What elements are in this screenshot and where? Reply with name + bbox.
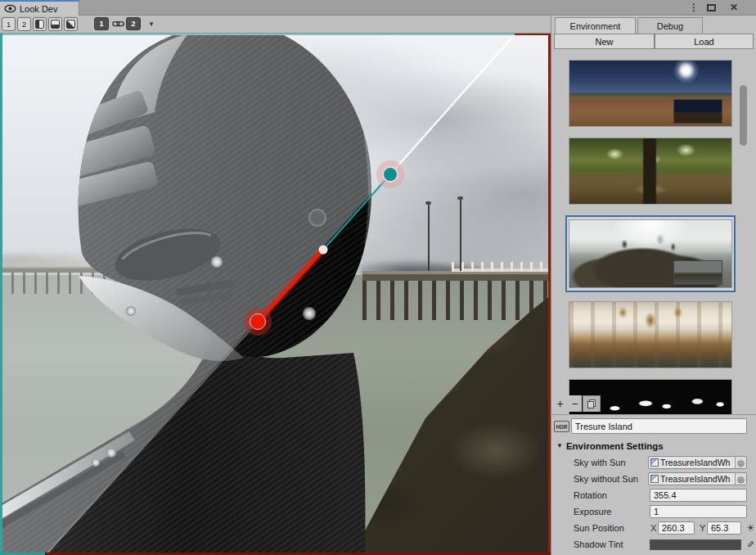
exposure-label: Exposure (574, 507, 611, 517)
zone-view-icon (66, 20, 75, 29)
sun-position-y-input[interactable]: 65.3 (707, 521, 741, 535)
shadow-tint-row: Shadow Tint ✎ (551, 537, 756, 553)
gizmo-teal-line (323, 174, 390, 250)
sun-position-label: Sun Position (574, 523, 624, 533)
tab-environment[interactable]: Environment (555, 17, 636, 34)
gizmo-red-handle[interactable] (250, 314, 266, 330)
view-single1-label: 1 (7, 20, 11, 29)
view-side-by-side-button[interactable] (33, 17, 47, 31)
object-picker-icon[interactable]: ◎ (735, 472, 746, 485)
hdr-badge: HDR (554, 421, 569, 432)
sun-position-y-value: 65.3 (711, 523, 728, 533)
environment-list-scrollbar[interactable] (740, 85, 747, 146)
exposure-value: 1 (654, 507, 659, 517)
environment-settings-title: Environment Settings (566, 441, 664, 451)
environment-thumbnail-forest[interactable] (569, 138, 732, 205)
exposure-input[interactable]: 1 (650, 505, 747, 518)
environment-thumbnail-inset (673, 99, 722, 124)
camera2-button[interactable]: 2 (126, 17, 141, 30)
plus-icon: + (556, 397, 563, 410)
sky-with-sun-value: TreasureIslandWh (660, 458, 735, 467)
environment-name-field[interactable]: Tresure Island (571, 418, 747, 434)
hdr-badge-label: HDR (556, 424, 567, 430)
sky-with-sun-row: Sky with Sun TreasureIslandWh ◎ (551, 455, 756, 472)
side-by-side-icon (35, 20, 44, 29)
exposure-row: Exposure 1 (551, 504, 756, 521)
gizmo-center-handle[interactable] (319, 246, 328, 255)
environment-thumbnail-treasure-island[interactable] (569, 219, 732, 288)
eye-icon (4, 4, 16, 13)
view-single2-button[interactable]: 2 (17, 17, 31, 31)
chevron-down-icon: ▾ (150, 20, 154, 28)
environment-name-value: Tresure Island (575, 422, 632, 431)
link-cameras-button[interactable] (111, 17, 124, 30)
sky-without-sun-value: TreasureIslandWh (660, 474, 735, 484)
environment-thumbnail-church[interactable] (569, 301, 732, 368)
divider (551, 414, 756, 415)
new-button-label: New (595, 37, 613, 47)
camera2-label: 2 (131, 20, 135, 28)
window-maximize-button[interactable] (704, 1, 718, 14)
sky-with-sun-object-field[interactable]: TreasureIslandWh ◎ (648, 456, 747, 469)
environment-thumbnail-desert[interactable] (569, 60, 732, 127)
tab-debug[interactable]: Debug (637, 17, 703, 34)
duplicate-icon (587, 399, 596, 409)
load-environment-button[interactable]: Load (655, 34, 754, 49)
duplicate-environment-button[interactable] (583, 395, 601, 412)
window-title: Look Dev (20, 4, 57, 14)
link-icon (112, 20, 124, 28)
view-single2-label: 2 (22, 20, 26, 29)
environment-panel: Environment Debug New Load + − HDR Tresu… (551, 16, 756, 555)
environment-list-toolbar: + − (551, 395, 756, 413)
rotation-label: Rotation (574, 490, 607, 500)
texture-icon (650, 458, 659, 467)
camera1-label: 1 (99, 20, 103, 28)
shadow-tint-label: Shadow Tint (574, 539, 623, 549)
window-close-button[interactable]: ✕ (727, 1, 741, 14)
sky-without-sun-row: Sky without Sun TreasureIslandWh ◎ (551, 472, 756, 488)
sky-without-sun-object-field[interactable]: TreasureIslandWh ◎ (648, 472, 747, 485)
eyedropper-icon[interactable]: ✎ (745, 538, 756, 551)
rotation-value: 355.4 (654, 490, 677, 500)
toolbar-dropdown-button[interactable]: ▾ (146, 17, 157, 30)
close-icon: ✕ (730, 2, 738, 13)
rotation-row: Rotation 355.4 (551, 488, 756, 504)
environment-thumbnail-inset (673, 260, 722, 285)
shadow-tint-color-swatch[interactable] (650, 539, 741, 550)
lookdev-viewport[interactable] (0, 34, 551, 555)
sky-without-sun-label: Sky without Sun (574, 474, 638, 484)
rotation-input[interactable]: 355.4 (650, 489, 747, 502)
environment-settings-foldout[interactable]: ▼ Environment Settings (551, 439, 756, 453)
window-menu-button[interactable]: ⋮ (687, 1, 700, 14)
environment-list (551, 49, 756, 415)
camera1-button[interactable]: 1 (94, 17, 109, 30)
tab-debug-label: Debug (657, 21, 683, 31)
x-axis-label: X (650, 523, 656, 533)
view-single1-button[interactable]: 1 (2, 17, 16, 31)
remove-environment-button[interactable]: − (568, 395, 582, 412)
sun-position-x-value: 260.3 (662, 523, 685, 533)
add-environment-button[interactable]: + (553, 395, 567, 412)
new-environment-button[interactable]: New (554, 34, 655, 49)
title-bar: Look Dev ⋮ ✕ (0, 0, 756, 16)
load-button-label: Load (694, 37, 713, 47)
window-tab-lookdev[interactable]: Look Dev (0, 0, 79, 16)
set-sun-from-view-button[interactable]: ☀ (745, 521, 756, 535)
gizmo-teal-handle[interactable] (383, 167, 398, 182)
object-picker-icon[interactable]: ◎ (735, 456, 746, 469)
split-view-icon (51, 20, 60, 29)
environment-thumbnail-treasure-island-selected[interactable] (565, 215, 736, 292)
sun-position-x-input[interactable]: 260.3 (658, 521, 695, 535)
sun-icon: ☀ (746, 522, 755, 534)
split-gizmo[interactable] (0, 34, 551, 555)
maximize-icon (707, 4, 716, 11)
texture-icon (650, 475, 659, 483)
y-axis-label: Y (700, 523, 705, 533)
gizmo-red-line (258, 250, 323, 322)
sun-position-row: Sun Position X 260.3 Y 65.3 ☀ (551, 521, 756, 537)
tab-environment-label: Environment (570, 21, 621, 31)
view-zone-button[interactable] (64, 17, 78, 31)
minus-icon: − (571, 397, 578, 410)
sky-with-sun-label: Sky with Sun (574, 458, 626, 467)
view-split-button[interactable] (48, 17, 62, 31)
